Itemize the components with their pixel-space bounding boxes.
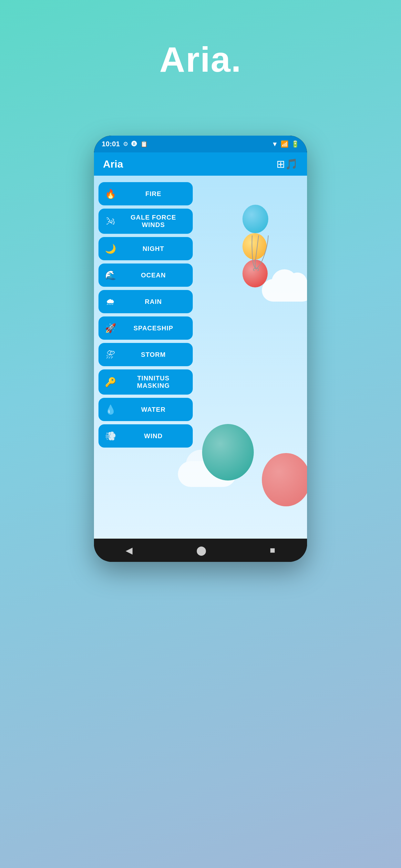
- balloon-strings-small: [239, 236, 284, 271]
- tinnitus-icon: 🔑: [105, 377, 116, 388]
- spaceship-icon: 🚀: [105, 323, 116, 334]
- wind-label: WIND: [120, 432, 186, 440]
- balloon-group-small: [243, 205, 268, 287]
- balloon-large-red: [262, 453, 307, 506]
- menu-item-wind[interactable]: 💨 WIND: [98, 424, 193, 447]
- ocean-icon: 🌊: [105, 270, 116, 281]
- menu-item-spaceship[interactable]: 🚀 SPACESHIP: [98, 316, 193, 340]
- storm-label: STORM: [120, 351, 186, 359]
- fire-label: FIRE: [120, 190, 186, 197]
- menu-item-tinnitus-masking[interactable]: 🔑 TINNITUS MASKING: [98, 369, 193, 395]
- status-bar: 10:01 ⚙ 🅐 📋 ▼ 📶 🔋: [94, 135, 307, 152]
- clipboard-status-icon: 📋: [141, 141, 148, 148]
- menu-item-rain[interactable]: 🌧 RAIN: [98, 290, 193, 313]
- wifi-icon: ▼: [272, 141, 278, 148]
- wind-icon: 💨: [105, 431, 116, 441]
- app-title: Aria.: [159, 39, 242, 80]
- spaceship-label: SPACESHIP: [120, 324, 186, 332]
- status-time: 10:01: [102, 140, 120, 148]
- menu-overlay: 🔥 FIRE 🌬 GALE FORCE WINDS 🌙 NIGHT 🌊 OCEA…: [94, 176, 197, 538]
- menu-item-storm[interactable]: ⛈ STORM: [98, 343, 193, 366]
- app-bar-title: Aria: [103, 158, 123, 170]
- app-bar: Aria ⊞🎵: [94, 152, 307, 176]
- rain-label: RAIN: [120, 298, 186, 306]
- nav-back-button[interactable]: ◀: [119, 542, 139, 559]
- night-icon: 🌙: [105, 244, 116, 254]
- ocean-label: OCEAN: [120, 272, 186, 279]
- menu-item-night[interactable]: 🌙 NIGHT: [98, 237, 193, 260]
- accessibility-status-icon: 🅐: [131, 141, 137, 148]
- water-icon: 💧: [105, 404, 116, 415]
- battery-icon: 🔋: [291, 140, 299, 148]
- rain-icon: 🌧: [105, 297, 116, 307]
- tinnitus-label: TINNITUS MASKING: [120, 375, 186, 390]
- gale-icon: 🌬: [105, 216, 116, 227]
- balloon-large-green: [202, 424, 254, 480]
- gale-label: GALE FORCE WINDS: [120, 214, 186, 228]
- water-label: WATER: [120, 406, 186, 413]
- main-content: 🔥 FIRE 🌬 GALE FORCE WINDS 🌙 NIGHT 🌊 OCEA…: [94, 176, 307, 538]
- phone-inner: 10:01 ⚙ 🅐 📋 ▼ 📶 🔋 Aria ⊞🎵: [94, 135, 307, 562]
- nav-recent-button[interactable]: ■: [264, 542, 282, 559]
- nav-home-button[interactable]: ⬤: [190, 542, 213, 559]
- status-left: 10:01 ⚙ 🅐 📋: [102, 140, 148, 148]
- night-label: NIGHT: [120, 245, 186, 252]
- storm-icon: ⛈: [105, 349, 116, 360]
- menu-item-ocean[interactable]: 🌊 OCEAN: [98, 264, 193, 287]
- menu-item-fire[interactable]: 🔥 FIRE: [98, 182, 193, 206]
- menu-item-gale-force-winds[interactable]: 🌬 GALE FORCE WINDS: [98, 209, 193, 234]
- nav-bar: ◀ ⬤ ■: [94, 538, 307, 562]
- status-right: ▼ 📶 🔋: [272, 140, 299, 148]
- menu-item-water[interactable]: 💧 WATER: [98, 398, 193, 421]
- signal-icon: 📶: [281, 140, 289, 148]
- settings-status-icon: ⚙: [123, 141, 128, 148]
- balloon-blue: [243, 205, 268, 233]
- fire-icon: 🔥: [105, 189, 116, 199]
- media-icon[interactable]: ⊞🎵: [276, 158, 298, 170]
- cloud-top-right: [262, 279, 307, 302]
- phone-frame: 10:01 ⚙ 🅐 📋 ▼ 📶 🔋 Aria ⊞🎵: [94, 135, 307, 562]
